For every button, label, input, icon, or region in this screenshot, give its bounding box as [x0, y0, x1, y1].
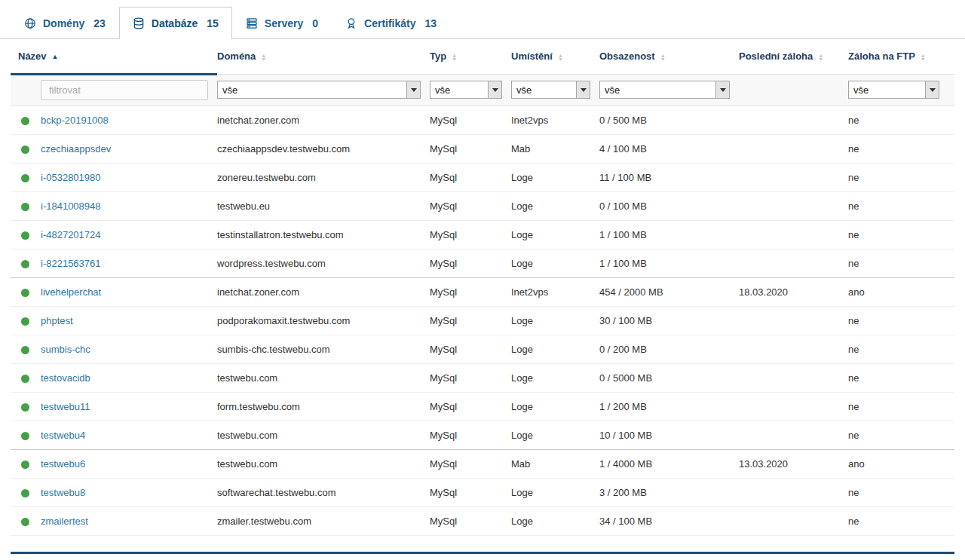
- database-name-cell: czechiaappsdev: [41, 134, 217, 163]
- database-domain-cell: wordpress.testwebu.com: [217, 249, 430, 277]
- database-name-cell: phptest: [41, 306, 217, 335]
- status-cell: [11, 392, 41, 421]
- column-header-typ[interactable]: Typ▲▼: [430, 39, 511, 74]
- sort-icon: ▲▼: [558, 54, 563, 61]
- database-name-link[interactable]: i-8221563761: [41, 258, 101, 269]
- ftp-backup-cell: ne: [848, 392, 954, 421]
- sort-ascending-icon: ▲: [52, 53, 59, 60]
- database-name-link[interactable]: bckp-20191008: [41, 115, 109, 126]
- database-domain-cell: testwebu.com: [217, 421, 430, 449]
- column-label: Typ: [430, 50, 446, 62]
- table-row: i-0532801980zonereu.testwebu.comMySqlLog…: [11, 163, 954, 191]
- sort-icon: ▲▼: [818, 54, 823, 61]
- column-header-zaloha-na-ftp[interactable]: Záloha na FTP▲▼: [848, 39, 954, 74]
- database-name-link[interactable]: testovacidb: [41, 372, 90, 384]
- column-header-umisteni[interactable]: Umístění▲▼: [511, 39, 599, 74]
- database-name-link[interactable]: sumbis-chc: [41, 344, 90, 355]
- tab-count-badge: 15: [207, 17, 219, 29]
- tab-domeny[interactable]: Domény 23: [11, 7, 119, 39]
- tab-certifikaty[interactable]: Certifikáty 13: [332, 7, 450, 39]
- database-domain-cell: softwarechat.testwebu.com: [217, 478, 430, 506]
- database-type-cell: MySql: [430, 220, 511, 249]
- last-backup-cell: [739, 478, 848, 506]
- status-dot-icon: [21, 461, 29, 469]
- status-dot-icon: [21, 518, 29, 526]
- chevron-down-icon: [576, 81, 590, 98]
- tab-bar: Domény 23 Databáze 15 Servery 0 Certifik…: [0, 0, 965, 39]
- table-row: testwebu6testwebu.comMySqlMab1 / 4000 MB…: [11, 449, 954, 478]
- status-dot-icon: [21, 145, 29, 154]
- database-usage-cell: 1 / 200 MB: [599, 392, 739, 421]
- table-row: testwebu8softwarechat.testwebu.comMySqlL…: [11, 478, 954, 506]
- status-cell: [11, 220, 41, 249]
- database-domain-cell: form.testwebu.com: [217, 392, 430, 421]
- status-cell: [11, 306, 41, 335]
- column-header-obsazenost[interactable]: Obsazenost▲▼: [599, 39, 739, 74]
- type-filter-select[interactable]: vše: [430, 81, 502, 99]
- database-usage-cell: 454 / 2000 MB: [599, 277, 739, 306]
- table-row: bckp-20191008inetchat.zoner.comMySqlInet…: [11, 106, 954, 134]
- table-row: czechiaappsdevczechiaappsdev.testwebu.co…: [11, 134, 954, 163]
- name-filter-input[interactable]: [41, 80, 208, 100]
- database-type-cell: MySql: [430, 335, 511, 363]
- database-name-link[interactable]: phptest: [41, 315, 73, 326]
- database-name-cell: i-0532801980: [41, 163, 217, 191]
- last-backup-cell: [739, 335, 848, 363]
- last-backup-cell: [739, 134, 848, 163]
- column-header-domena[interactable]: Doména▲▼: [217, 39, 430, 74]
- column-header-posledni-zaloha[interactable]: Poslední záloha▲▼: [739, 39, 848, 74]
- status-cell: [11, 421, 41, 449]
- databases-table-wrap: Název▲ Doména▲▼ Typ▲▼ Umístění▲▼ Obsazen…: [11, 39, 954, 554]
- domain-filter-select[interactable]: vše: [217, 81, 421, 99]
- database-name-cell: testwebu8: [41, 478, 217, 506]
- database-name-link[interactable]: testwebu11: [41, 401, 90, 412]
- ftp-backup-cell: ne: [848, 363, 954, 392]
- last-backup-cell: [739, 220, 848, 249]
- status-cell: [11, 506, 41, 535]
- table-row: livehelperchatinetchat.zoner.comMySqlIne…: [11, 277, 954, 306]
- database-usage-cell: 0 / 500 MB: [599, 106, 739, 134]
- tab-servery[interactable]: Servery 0: [232, 7, 332, 39]
- databases-table: Název▲ Doména▲▼ Typ▲▼ Umístění▲▼ Obsazen…: [11, 39, 954, 536]
- database-name-link[interactable]: zmailertest: [41, 516, 88, 527]
- database-name-link[interactable]: testwebu8: [41, 487, 85, 498]
- table-row: zmailertestzmailer.testwebu.comMySqlLoge…: [11, 506, 954, 535]
- filter-domain-cell: vše: [217, 74, 430, 106]
- usage-filter-select[interactable]: vše: [599, 81, 730, 99]
- database-location-cell: Loge: [511, 478, 599, 506]
- database-location-cell: Loge: [511, 191, 599, 220]
- last-backup-cell: [739, 191, 848, 220]
- database-type-cell: MySql: [430, 392, 511, 421]
- location-filter-select[interactable]: vše: [511, 81, 590, 99]
- last-backup-cell: [739, 363, 848, 392]
- database-name-link[interactable]: testwebu4: [41, 430, 85, 441]
- database-name-link[interactable]: livehelperchat: [41, 286, 101, 298]
- database-name-cell: i-8221563761: [41, 249, 217, 277]
- database-type-cell: MySql: [430, 191, 511, 220]
- database-name-link[interactable]: i-0532801980: [41, 172, 101, 183]
- column-label: Název: [18, 50, 47, 62]
- globe-icon: [24, 17, 36, 29]
- database-usage-cell: 10 / 100 MB: [599, 421, 739, 449]
- column-header-nazev[interactable]: Název▲: [11, 39, 217, 74]
- status-dot-icon: [21, 231, 29, 240]
- table-row: i-4827201724testinstallatron.testwebu.co…: [11, 220, 954, 249]
- database-name-cell: i-1841008948: [41, 191, 217, 220]
- status-dot-icon: [21, 117, 29, 125]
- database-name-link[interactable]: i-1841008948: [41, 200, 101, 212]
- status-dot-icon: [21, 346, 29, 354]
- chevron-down-icon: [488, 81, 501, 98]
- database-name-link[interactable]: testwebu6: [41, 458, 85, 470]
- status-cell: [11, 249, 41, 277]
- database-name-link[interactable]: i-4827201724: [41, 229, 101, 240]
- database-location-cell: Inet2vps: [511, 106, 599, 134]
- tab-databaze[interactable]: Databáze 15: [119, 7, 232, 39]
- database-type-cell: MySql: [430, 134, 511, 163]
- ftp-backup-cell: ne: [848, 421, 954, 449]
- filter-ftp-cell: vše: [848, 74, 954, 106]
- database-name-link[interactable]: czechiaappsdev: [41, 143, 111, 155]
- database-type-cell: MySql: [430, 106, 511, 134]
- database-domain-cell: czechiaappsdev.testwebu.com: [217, 134, 430, 163]
- ftp-filter-select[interactable]: vše: [848, 81, 939, 99]
- column-label: Poslední záloha: [739, 50, 813, 62]
